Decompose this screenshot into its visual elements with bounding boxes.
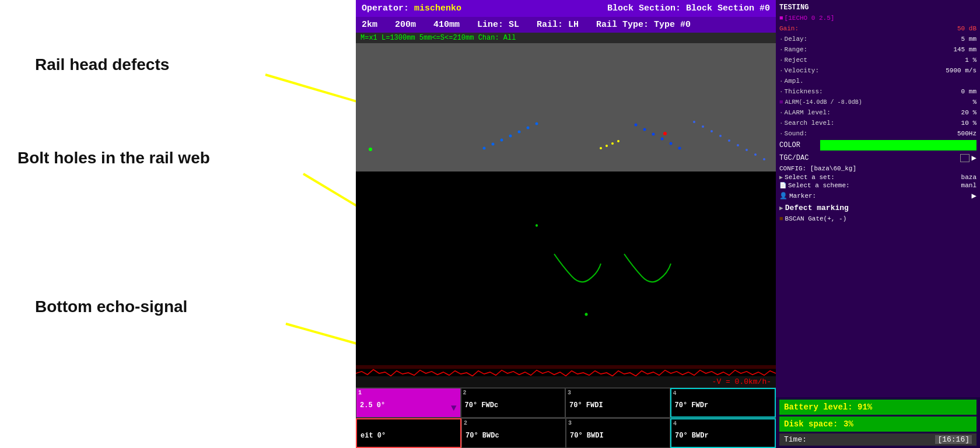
- ampl-label: Ampl.: [779, 78, 942, 85]
- range-row: Range: 145 mm: [779, 44, 977, 55]
- thickness-row: Thickness: 0 mm: [779, 86, 977, 97]
- svg-point-13: [661, 138, 664, 141]
- svg-point-10: [635, 124, 638, 127]
- color-row[interactable]: COLOR: [779, 139, 977, 152]
- svg-point-6: [509, 135, 512, 138]
- channel-3-bwdi[interactable]: 3 70° BWDI: [566, 418, 670, 448]
- bscan-label: BSCAN Gate(+, -): [785, 215, 847, 222]
- svg-point-28: [611, 142, 614, 145]
- velocity-row: Velocity: 5900 m/s: [779, 65, 977, 76]
- svg-point-21: [737, 144, 739, 146]
- tgc-row[interactable]: TGC/DAC ▶: [779, 152, 977, 164]
- svg-point-17: [702, 125, 704, 128]
- svg-point-11: [643, 128, 646, 131]
- svg-point-12: [652, 133, 655, 136]
- disk-bar: Disk space: 3%: [779, 416, 977, 432]
- select-set-icon: ▶: [779, 174, 783, 181]
- tgc-arrow[interactable]: ▶: [972, 153, 977, 163]
- velocity-label: Velocity:: [779, 67, 942, 74]
- marker-icon: 👤: [779, 192, 788, 200]
- svg-point-20: [728, 139, 730, 142]
- range-label: Range:: [779, 46, 942, 53]
- time-label: Time:: [784, 435, 807, 444]
- svg-point-8: [527, 127, 530, 130]
- channel-rows: 1 2.5 0° ▼ 2 70° FWDc 3 70° FWDI 4 70° F…: [356, 387, 776, 448]
- operator-info: Operator: mischenko: [362, 4, 461, 13]
- echo-icon: ■: [779, 15, 783, 22]
- upper-scan: [356, 43, 776, 172]
- annotation-panel: Rail head defects Bolt holes in the rail…: [0, 0, 356, 448]
- scan-canvas[interactable]: -V = 0.0km/h-: [356, 43, 776, 387]
- velocity-value: 5900 m/s: [942, 67, 977, 74]
- select-scheme-label: Select a scheme:: [788, 182, 961, 189]
- delay-label: Delay:: [779, 36, 942, 43]
- svg-point-19: [719, 135, 722, 137]
- marker-row[interactable]: 👤 Marker: ▶: [779, 190, 977, 202]
- svg-point-22: [746, 149, 748, 151]
- channel-eit[interactable]: eit 0°: [356, 418, 461, 448]
- sound-value: 500Hz: [942, 130, 977, 137]
- config-row: CONFIG: [baza\60_kg]: [779, 164, 977, 173]
- channel-4-bwdr[interactable]: 4 70° BWDr: [670, 418, 776, 448]
- svg-point-25: [369, 148, 372, 151]
- svg-point-3: [483, 147, 486, 150]
- echo-label: [1ECHO 0 2.5]: [783, 14, 836, 22]
- svg-rect-33: [356, 365, 776, 369]
- main-scan-area: Operator: mischenko Block Section: Block…: [356, 0, 776, 448]
- ampl-row: Ampl.: [779, 76, 977, 86]
- delay-value: 5 mm: [942, 36, 977, 43]
- time-value: [16:16]: [935, 435, 972, 444]
- defect-icon: ▶: [779, 204, 783, 212]
- svg-point-29: [617, 140, 620, 142]
- tgc-checkbox[interactable]: [960, 154, 970, 162]
- bscan-icon: ■: [779, 215, 783, 222]
- channel-2-fwdc[interactable]: 2 70° FWDc: [461, 388, 566, 418]
- defect-marking-label: Defect marking: [785, 204, 849, 212]
- alrm-label: ALRM(-14.0dB / -8.0dB): [785, 99, 942, 106]
- lower-scan: -V = 0.0km/h-: [356, 172, 776, 387]
- sub-header: 2km200m410mm Line: SLRail: LHRail Type: …: [356, 17, 776, 33]
- battery-text: Battery level: 91%: [784, 402, 872, 412]
- svg-line-0: [265, 75, 356, 102]
- bolt-holes-label: Bolt holes in the rail web: [18, 149, 210, 167]
- select-set-row[interactable]: ▶ Select a set: baza: [779, 173, 977, 181]
- disk-value: 3%: [844, 419, 853, 429]
- delay-row: Delay: 5 mm: [779, 34, 977, 44]
- header-bar: Operator: mischenko Block Section: Block…: [356, 0, 776, 17]
- channel-1-fwd[interactable]: 1 2.5 0° ▼: [356, 388, 461, 418]
- search-level-value: 10 %: [942, 120, 977, 127]
- alarm-level-row: ALARM level: 20 %: [779, 107, 977, 118]
- select-scheme-row[interactable]: 📄 Select a scheme: manl: [779, 181, 977, 190]
- svg-point-18: [710, 130, 713, 132]
- select-set-value: baza: [961, 174, 977, 181]
- color-label: COLOR: [779, 141, 820, 149]
- scan-info-bar: M=x1 L=1300mm 5mm<=S<=210mm Chan: All: [356, 33, 776, 43]
- svg-point-31: [536, 224, 538, 226]
- gain-row: Gain: 50 dB: [779, 23, 977, 34]
- alarm-level-label: ALARM level:: [779, 109, 942, 116]
- upper-scan-svg: [356, 43, 776, 172]
- gain-label: Gain:: [779, 25, 942, 32]
- svg-point-7: [518, 131, 521, 134]
- panel-title: TESTING: [779, 2, 977, 13]
- right-panel: TESTING ■ [1ECHO 0 2.5] Gain: 50 dB Dela…: [776, 0, 980, 448]
- svg-point-14: [670, 142, 673, 145]
- svg-point-9: [536, 123, 538, 125]
- channel-3-fwdi[interactable]: 3 70° FWDI: [565, 388, 670, 418]
- color-block[interactable]: [820, 140, 977, 150]
- channel-2-bwdc[interactable]: 2 70° BWDc: [461, 418, 566, 448]
- bscan-row[interactable]: ■ BSCAN Gate(+, -): [779, 214, 977, 223]
- tgc-label: TGC/DAC: [779, 154, 960, 162]
- gain-value: 50 dB: [942, 25, 977, 32]
- svg-point-15: [678, 147, 681, 150]
- svg-point-30: [663, 132, 667, 135]
- echo-row: ■ [1ECHO 0 2.5]: [779, 13, 977, 23]
- battery-bar: Battery level: 91%: [779, 400, 977, 415]
- marker-arrow[interactable]: ▶: [972, 191, 977, 201]
- channel-row-2: eit 0° 2 70° BWDc 3 70° BWDI 4 70° BWDr: [356, 418, 776, 448]
- thickness-label: Thickness:: [779, 88, 942, 95]
- right-panel-bottom: Battery level: 91% Disk space: 3% Time: …: [776, 397, 980, 448]
- defect-marking-row[interactable]: ▶ Defect marking: [779, 202, 977, 214]
- svg-point-5: [501, 139, 503, 142]
- channel-4-fwdr[interactable]: 4 70° FWDr: [670, 388, 776, 418]
